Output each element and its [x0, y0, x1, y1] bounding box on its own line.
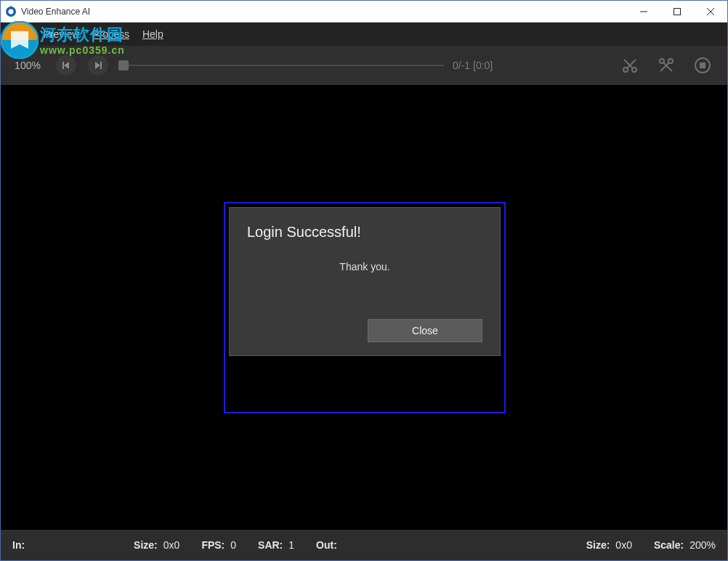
svg-rect-11 [100, 62, 102, 69]
scale-value: 200% [689, 539, 716, 551]
svg-rect-2 [10, 6, 12, 8]
app-window: Video Enhance AI 河东软件园 www.pc0359.cn [0, 0, 728, 561]
stop-icon[interactable] [694, 57, 711, 74]
menu-preview[interactable]: Preview [44, 28, 80, 40]
window-title: Video Enhance AI [21, 7, 90, 17]
cut-start-icon[interactable] [621, 57, 639, 74]
scale-label: Scale: [654, 539, 684, 551]
svg-rect-9 [62, 62, 64, 69]
titlebar: Video Enhance AI [1, 1, 727, 23]
login-dialog: Login Successful! Thank you. Close [229, 207, 501, 356]
fps-value: 0 [230, 539, 236, 551]
out-size-label: Size: [586, 539, 610, 551]
zoom-level: 100% [11, 60, 44, 71]
out-size-value: 0x0 [615, 539, 632, 551]
titlebar-left: Video Enhance AI [1, 6, 90, 17]
close-button[interactable] [694, 1, 727, 22]
cut-end-icon[interactable] [658, 57, 675, 74]
menubar: File Preview Process Help [1, 23, 727, 46]
statusbar: In: Size: 0x0 FPS: 0 SAR: 1 Out: Size: 0… [1, 530, 727, 560]
skip-forward-icon [93, 60, 103, 70]
svg-marker-8 [64, 62, 69, 69]
next-frame-button[interactable] [88, 55, 108, 76]
timeline-slider[interactable]: 0/-1 [0:0] [120, 60, 511, 71]
svg-point-1 [9, 9, 14, 14]
dialog-actions: Close [247, 319, 482, 342]
titlebar-controls [627, 1, 727, 22]
tool-icons [621, 57, 711, 74]
svg-marker-10 [95, 62, 100, 69]
toolbar: 100% 0/-1 [0:0] [1, 46, 727, 85]
dialog-close-button[interactable]: Close [368, 319, 482, 342]
dialog-title: Login Successful! [247, 224, 482, 241]
out-label: Out: [316, 539, 337, 551]
minimize-button[interactable] [627, 1, 660, 22]
video-viewport: Login Successful! Thank you. Close [1, 85, 727, 530]
maximize-button[interactable] [660, 1, 694, 22]
fps-label: FPS: [201, 539, 225, 551]
in-label: In: [12, 539, 25, 551]
in-size-label: Size: [134, 539, 158, 551]
prev-frame-button[interactable] [56, 55, 76, 76]
dialog-message: Thank you. [247, 261, 482, 273]
frame-counter: 0/-1 [0:0] [453, 60, 511, 71]
menu-help[interactable]: Help [142, 28, 163, 40]
menu-process[interactable]: Process [92, 28, 129, 40]
svg-rect-4 [674, 8, 681, 15]
menu-file[interactable]: File [14, 28, 31, 40]
app-icon [5, 6, 17, 17]
svg-rect-21 [700, 62, 705, 68]
sar-value: 1 [288, 539, 294, 551]
timeline-thumb[interactable] [118, 60, 129, 70]
in-size-value: 0x0 [163, 539, 180, 551]
timeline-track [120, 65, 444, 66]
skip-back-icon [61, 60, 71, 70]
sar-label: SAR: [258, 539, 283, 551]
